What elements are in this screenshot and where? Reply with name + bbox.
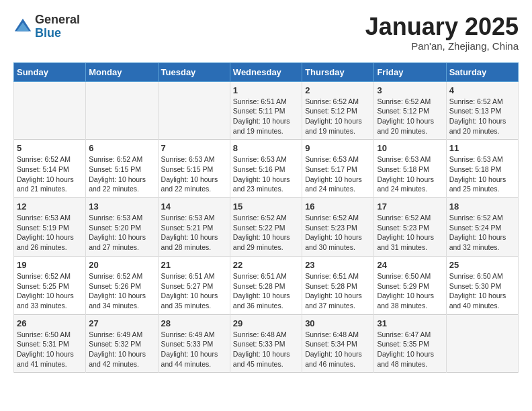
calendar-cell: 18Sunrise: 6:52 AM Sunset: 5:24 PM Dayli… <box>446 198 518 257</box>
day-info: Sunrise: 6:53 AM Sunset: 5:18 PM Dayligh… <box>449 154 515 194</box>
day-number: 26 <box>17 318 83 328</box>
day-number: 14 <box>161 201 227 212</box>
calendar-cell: 28Sunrise: 6:49 AM Sunset: 5:33 PM Dayli… <box>158 314 230 373</box>
day-number: 4 <box>449 85 515 95</box>
calendar-cell: 9Sunrise: 6:53 AM Sunset: 5:17 PM Daylig… <box>302 140 374 198</box>
calendar-cell: 14Sunrise: 6:53 AM Sunset: 5:21 PM Dayli… <box>158 198 230 257</box>
day-number: 1 <box>233 85 299 95</box>
day-info: Sunrise: 6:53 AM Sunset: 5:21 PM Dayligh… <box>161 213 227 253</box>
day-info: Sunrise: 6:52 AM Sunset: 5:25 PM Dayligh… <box>17 271 83 311</box>
day-number: 12 <box>17 201 83 212</box>
day-number: 9 <box>305 143 371 153</box>
calendar-cell: 20Sunrise: 6:52 AM Sunset: 5:26 PM Dayli… <box>86 256 158 314</box>
day-number: 13 <box>89 201 154 212</box>
day-info: Sunrise: 6:50 AM Sunset: 5:31 PM Dayligh… <box>17 330 83 369</box>
day-number: 23 <box>305 260 371 270</box>
calendar-week-row: 1Sunrise: 6:51 AM Sunset: 5:11 PM Daylig… <box>14 81 519 140</box>
day-info: Sunrise: 6:48 AM Sunset: 5:33 PM Dayligh… <box>233 330 299 369</box>
day-info: Sunrise: 6:52 AM Sunset: 5:13 PM Dayligh… <box>449 97 515 136</box>
calendar-cell <box>158 81 230 140</box>
weekday-header-row: SundayMondayTuesdayWednesdayThursdayFrid… <box>14 62 519 81</box>
weekday-header-wednesday: Wednesday <box>230 62 302 81</box>
calendar-week-row: 5Sunrise: 6:52 AM Sunset: 5:14 PM Daylig… <box>14 140 519 198</box>
calendar-cell: 29Sunrise: 6:48 AM Sunset: 5:33 PM Dayli… <box>230 314 302 373</box>
weekday-header-thursday: Thursday <box>302 62 374 81</box>
calendar-week-row: 26Sunrise: 6:50 AM Sunset: 5:31 PM Dayli… <box>14 314 519 373</box>
day-number: 22 <box>233 260 299 270</box>
calendar-cell: 25Sunrise: 6:50 AM Sunset: 5:30 PM Dayli… <box>446 256 518 314</box>
day-number: 24 <box>377 260 443 270</box>
calendar-cell: 10Sunrise: 6:53 AM Sunset: 5:18 PM Dayli… <box>374 140 446 198</box>
day-number: 17 <box>377 201 443 212</box>
calendar-cell: 5Sunrise: 6:52 AM Sunset: 5:14 PM Daylig… <box>14 140 86 198</box>
day-number: 8 <box>233 143 299 153</box>
calendar-week-row: 12Sunrise: 6:53 AM Sunset: 5:19 PM Dayli… <box>14 198 519 257</box>
day-number: 27 <box>89 318 154 328</box>
day-info: Sunrise: 6:49 AM Sunset: 5:33 PM Dayligh… <box>161 330 227 369</box>
day-number: 28 <box>161 318 227 328</box>
calendar-cell: 12Sunrise: 6:53 AM Sunset: 5:19 PM Dayli… <box>14 198 86 257</box>
logo-blue-text: Blue <box>35 27 80 40</box>
day-number: 18 <box>449 201 515 212</box>
day-info: Sunrise: 6:52 AM Sunset: 5:22 PM Dayligh… <box>233 213 299 253</box>
day-number: 31 <box>377 318 443 328</box>
calendar-cell <box>14 81 86 140</box>
calendar-cell: 15Sunrise: 6:52 AM Sunset: 5:22 PM Dayli… <box>230 198 302 257</box>
calendar-cell: 23Sunrise: 6:51 AM Sunset: 5:28 PM Dayli… <box>302 256 374 314</box>
location-text: Pan'an, Zhejiang, China <box>365 40 519 52</box>
calendar-cell: 19Sunrise: 6:52 AM Sunset: 5:25 PM Dayli… <box>14 256 86 314</box>
logo-text: General Blue <box>35 13 80 40</box>
day-number: 10 <box>377 143 443 153</box>
logo: General Blue <box>13 13 80 40</box>
day-info: Sunrise: 6:48 AM Sunset: 5:34 PM Dayligh… <box>305 330 371 369</box>
logo-general-text: General <box>35 13 80 27</box>
calendar-cell: 22Sunrise: 6:51 AM Sunset: 5:28 PM Dayli… <box>230 256 302 314</box>
day-number: 15 <box>233 201 299 212</box>
calendar-cell: 13Sunrise: 6:53 AM Sunset: 5:20 PM Dayli… <box>86 198 158 257</box>
day-info: Sunrise: 6:53 AM Sunset: 5:17 PM Dayligh… <box>305 154 371 194</box>
day-info: Sunrise: 6:52 AM Sunset: 5:12 PM Dayligh… <box>305 97 371 136</box>
calendar-cell: 26Sunrise: 6:50 AM Sunset: 5:31 PM Dayli… <box>14 314 86 373</box>
day-info: Sunrise: 6:53 AM Sunset: 5:19 PM Dayligh… <box>17 213 83 253</box>
day-info: Sunrise: 6:52 AM Sunset: 5:15 PM Dayligh… <box>89 154 154 194</box>
calendar-cell: 3Sunrise: 6:52 AM Sunset: 5:12 PM Daylig… <box>374 81 446 140</box>
logo-icon <box>13 17 32 36</box>
day-info: Sunrise: 6:47 AM Sunset: 5:35 PM Dayligh… <box>377 330 443 369</box>
weekday-header-tuesday: Tuesday <box>158 62 230 81</box>
day-number: 2 <box>305 85 371 95</box>
month-title: January 2025 <box>365 13 519 40</box>
calendar-cell: 7Sunrise: 6:53 AM Sunset: 5:15 PM Daylig… <box>158 140 230 198</box>
day-info: Sunrise: 6:52 AM Sunset: 5:23 PM Dayligh… <box>305 213 371 253</box>
day-number: 7 <box>161 143 227 153</box>
page-header: General Blue January 2025 Pan'an, Zhejia… <box>13 13 519 52</box>
calendar-cell: 16Sunrise: 6:52 AM Sunset: 5:23 PM Dayli… <box>302 198 374 257</box>
day-number: 6 <box>89 143 154 153</box>
calendar-table: SundayMondayTuesdayWednesdayThursdayFrid… <box>13 62 519 373</box>
day-info: Sunrise: 6:52 AM Sunset: 5:24 PM Dayligh… <box>449 213 515 253</box>
title-block: January 2025 Pan'an, Zhejiang, China <box>365 13 519 52</box>
calendar-cell: 6Sunrise: 6:52 AM Sunset: 5:15 PM Daylig… <box>86 140 158 198</box>
day-info: Sunrise: 6:53 AM Sunset: 5:15 PM Dayligh… <box>161 154 227 194</box>
day-info: Sunrise: 6:52 AM Sunset: 5:23 PM Dayligh… <box>377 213 443 253</box>
day-info: Sunrise: 6:53 AM Sunset: 5:18 PM Dayligh… <box>377 154 443 194</box>
day-number: 19 <box>17 260 83 270</box>
day-info: Sunrise: 6:49 AM Sunset: 5:32 PM Dayligh… <box>89 330 154 369</box>
calendar-cell: 27Sunrise: 6:49 AM Sunset: 5:32 PM Dayli… <box>86 314 158 373</box>
day-number: 16 <box>305 201 371 212</box>
day-info: Sunrise: 6:52 AM Sunset: 5:26 PM Dayligh… <box>89 271 154 311</box>
calendar-cell: 4Sunrise: 6:52 AM Sunset: 5:13 PM Daylig… <box>446 81 518 140</box>
day-number: 30 <box>305 318 371 328</box>
calendar-cell <box>86 81 158 140</box>
calendar-cell: 2Sunrise: 6:52 AM Sunset: 5:12 PM Daylig… <box>302 81 374 140</box>
day-number: 3 <box>377 85 443 95</box>
day-number: 5 <box>17 143 83 153</box>
weekday-header-monday: Monday <box>86 62 158 81</box>
calendar-cell: 8Sunrise: 6:53 AM Sunset: 5:16 PM Daylig… <box>230 140 302 198</box>
day-number: 21 <box>161 260 227 270</box>
day-info: Sunrise: 6:51 AM Sunset: 5:28 PM Dayligh… <box>305 271 371 311</box>
day-info: Sunrise: 6:53 AM Sunset: 5:16 PM Dayligh… <box>233 154 299 194</box>
weekday-header-saturday: Saturday <box>446 62 518 81</box>
day-info: Sunrise: 6:50 AM Sunset: 5:29 PM Dayligh… <box>377 271 443 311</box>
day-info: Sunrise: 6:53 AM Sunset: 5:20 PM Dayligh… <box>89 213 154 253</box>
day-info: Sunrise: 6:51 AM Sunset: 5:27 PM Dayligh… <box>161 271 227 311</box>
